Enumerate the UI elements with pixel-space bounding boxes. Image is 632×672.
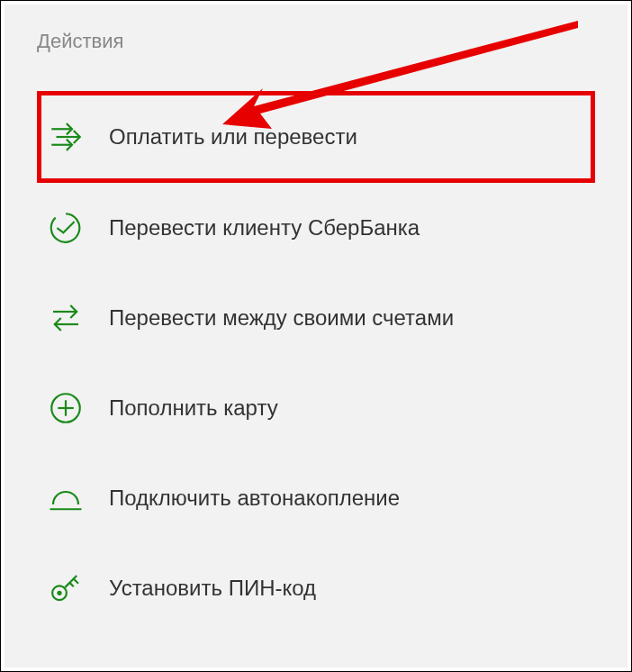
- section-title: Действия: [5, 5, 627, 53]
- menu-item-transfer-client[interactable]: Перевести клиенту СберБанка: [37, 183, 627, 273]
- menu-item-label: Пополнить карту: [109, 395, 278, 421]
- svg-point-11: [57, 591, 61, 595]
- actions-menu-list: Оплатить или перевести Перевести клиенту…: [5, 91, 627, 633]
- transfer-between-icon: [44, 296, 87, 340]
- menu-item-label: Перевести клиенту СберБанка: [109, 215, 420, 241]
- transfer-client-icon: [44, 206, 87, 250]
- menu-item-topup-card[interactable]: Пополнить карту: [37, 363, 627, 453]
- svg-line-13: [74, 579, 78, 584]
- svg-line-14: [69, 583, 73, 586]
- menu-item-auto-savings[interactable]: Подключить автонакопление: [37, 453, 627, 543]
- menu-item-set-pin[interactable]: Установить ПИН-код: [37, 543, 627, 633]
- menu-item-pay-or-transfer[interactable]: Оплатить или перевести: [37, 91, 595, 183]
- menu-item-label: Установить ПИН-код: [109, 576, 316, 601]
- set-pin-icon: [44, 567, 87, 610]
- menu-item-label: Оплатить или перевести: [109, 124, 357, 150]
- topup-card-icon: [44, 386, 87, 430]
- auto-savings-icon: [44, 477, 87, 520]
- menu-item-label: Подключить автонакопление: [109, 486, 400, 511]
- menu-item-label: Перевести между своими счетами: [109, 305, 454, 331]
- pay-transfer-icon: [44, 115, 87, 159]
- menu-item-transfer-between[interactable]: Перевести между своими счетами: [37, 273, 627, 363]
